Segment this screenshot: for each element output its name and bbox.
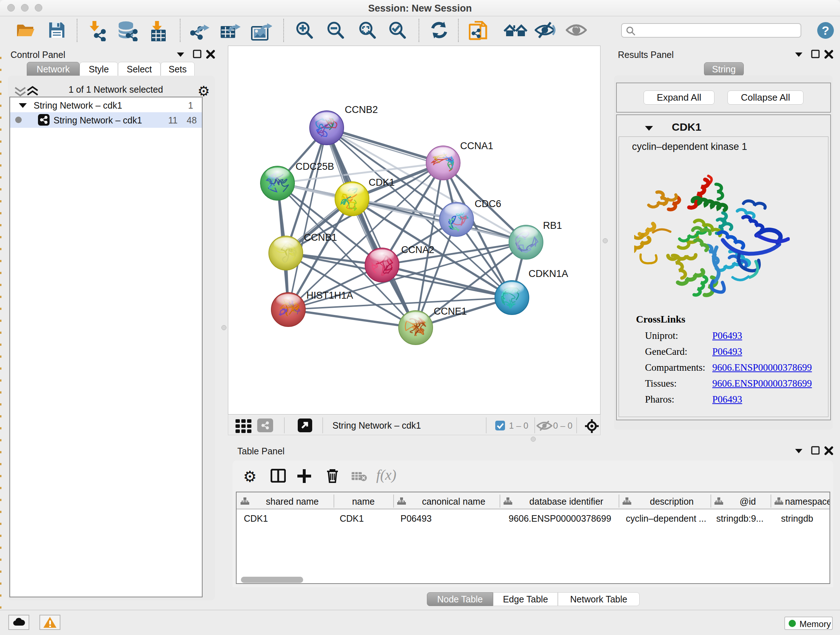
svg-text:HIST1H1A: HIST1H1A [306, 290, 353, 301]
svg-text:CCNB1: CCNB1 [304, 232, 337, 243]
svg-text:CCNA1: CCNA1 [460, 141, 493, 151]
svg-text:CDC6: CDC6 [475, 198, 501, 209]
svg-text:CCNB2: CCNB2 [345, 104, 378, 115]
svg-text:CDK1: CDK1 [369, 177, 395, 188]
svg-text:CDC25B: CDC25B [295, 161, 334, 172]
svg-text:CCNA2: CCNA2 [401, 244, 434, 255]
svg-text:CDKN1A: CDKN1A [529, 268, 568, 279]
svg-text:RB1: RB1 [543, 220, 562, 231]
svg-text:CCNE1: CCNE1 [434, 306, 467, 317]
